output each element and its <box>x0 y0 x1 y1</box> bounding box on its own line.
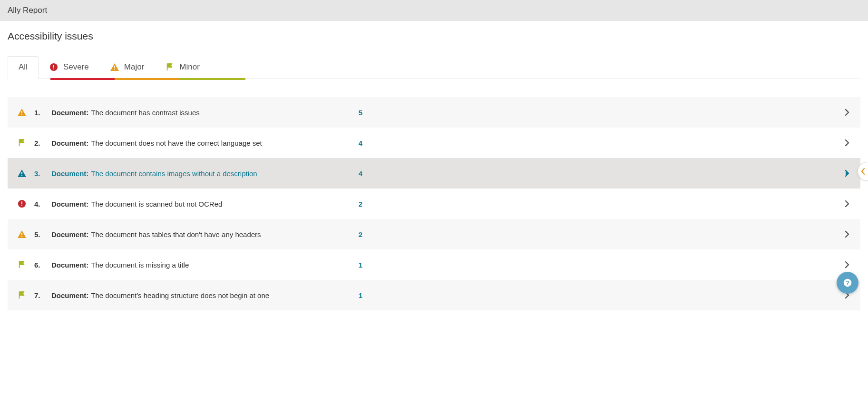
issue-text: The document is scanned but not OCRed <box>91 200 222 208</box>
issue-text: The document does not have the correct l… <box>91 139 262 147</box>
chevron-right-icon <box>842 230 852 238</box>
issue-row[interactable]: 2.Document: The document does not have t… <box>8 128 860 158</box>
issue-description: Document: The document is scanned but no… <box>51 200 337 208</box>
issue-bar <box>379 290 673 300</box>
issue-row[interactable]: 5.Document: The document has tables that… <box>8 219 860 249</box>
tab-all[interactable]: All <box>8 56 39 79</box>
issue-type-label: Document: <box>51 261 88 269</box>
svg-rect-4 <box>114 69 115 70</box>
help-button[interactable]: ? <box>837 272 858 294</box>
app-title: Ally Report <box>8 6 47 15</box>
issue-description: Document: The document has tables that d… <box>51 230 337 239</box>
tabs: All Severe Major Minor <box>8 56 860 79</box>
svg-rect-3 <box>114 66 115 68</box>
issue-count: 4 <box>343 139 362 147</box>
issue-number: 1. <box>34 109 45 117</box>
issue-row[interactable]: 6.Document: The document is missing a ti… <box>8 249 860 280</box>
svg-rect-8 <box>21 175 22 176</box>
issue-count: 4 <box>343 169 362 178</box>
issue-bar <box>379 108 673 117</box>
tab-severe[interactable]: Severe <box>39 57 99 79</box>
issue-type-label: Document: <box>51 200 88 208</box>
issue-type-label: Document: <box>51 291 88 299</box>
issue-type-label: Document: <box>51 139 88 147</box>
issue-text: The document contains images without a d… <box>91 169 257 178</box>
issue-text: The document has tables that don't have … <box>91 230 261 239</box>
issue-row[interactable]: 4.Document: The document is scanned but … <box>8 189 860 219</box>
severity-underline-minor <box>179 78 245 80</box>
chevron-right-icon <box>842 109 852 116</box>
issue-number: 7. <box>34 291 45 299</box>
issue-row[interactable]: 3.Document: The document contains images… <box>8 158 860 189</box>
issue-count: 1 <box>343 291 362 299</box>
svg-rect-2 <box>53 69 54 70</box>
issue-description: Document: The document has contrast issu… <box>51 109 337 117</box>
issue-number: 2. <box>34 139 45 147</box>
issue-bar <box>379 260 673 269</box>
issues-list: 1.Document: The document has contrast is… <box>8 97 860 310</box>
issue-number: 5. <box>34 230 45 239</box>
minor-icon <box>165 62 175 72</box>
issue-text: The document has contrast issues <box>91 109 199 117</box>
issue-type-label: Document: <box>51 109 88 117</box>
svg-rect-5 <box>21 111 22 113</box>
issue-number: 4. <box>34 200 45 208</box>
severe-icon <box>49 62 59 72</box>
tab-severe-label: Severe <box>63 62 89 72</box>
issue-description: Document: The document contains images w… <box>51 169 337 178</box>
issue-count: 2 <box>343 200 362 208</box>
issue-bar <box>379 169 673 178</box>
issue-bar <box>379 199 673 209</box>
major-icon <box>16 108 28 117</box>
tab-minor-label: Minor <box>179 62 200 72</box>
severe-icon <box>16 199 28 208</box>
svg-rect-6 <box>21 114 22 115</box>
minor-icon <box>16 139 28 147</box>
issue-number: 6. <box>34 261 45 269</box>
svg-rect-1 <box>53 65 54 68</box>
issue-bar <box>379 138 673 148</box>
svg-rect-11 <box>21 205 22 206</box>
chevron-right-icon <box>842 261 852 269</box>
severity-underline-severe <box>50 78 115 80</box>
issue-text: The document's heading structure does no… <box>91 291 269 299</box>
chevron-right-icon <box>842 139 852 147</box>
main-content: Accessibility issues All Severe Major <box>0 21 868 310</box>
issue-row[interactable]: 1.Document: The document has contrast is… <box>8 97 860 128</box>
severity-underline <box>50 78 245 80</box>
tab-major-label: Major <box>124 62 145 72</box>
major-icon <box>16 169 28 178</box>
help-icon: ? <box>842 278 853 288</box>
svg-rect-12 <box>21 233 22 235</box>
issue-count: 5 <box>343 109 362 117</box>
minor-icon <box>16 291 28 299</box>
issue-row[interactable]: 7.Document: The document's heading struc… <box>8 280 860 310</box>
issue-description: Document: The document is missing a titl… <box>51 261 337 269</box>
svg-rect-10 <box>21 201 22 204</box>
issue-number: 3. <box>34 169 45 178</box>
issue-count: 1 <box>343 261 362 269</box>
svg-rect-13 <box>21 236 22 237</box>
svg-rect-7 <box>21 172 22 174</box>
issue-description: Document: The document's heading structu… <box>51 291 337 299</box>
issue-bar <box>379 229 673 239</box>
tab-all-label: All <box>19 62 28 72</box>
tabs-container: All Severe Major Minor <box>8 56 860 79</box>
issue-type-label: Document: <box>51 230 88 239</box>
major-icon <box>110 62 119 72</box>
tab-minor[interactable]: Minor <box>155 57 210 79</box>
chevron-right-icon <box>842 200 852 208</box>
chevron-right-icon <box>842 169 852 177</box>
tab-major[interactable]: Major <box>99 57 155 79</box>
issue-type-label: Document: <box>51 169 88 178</box>
issue-count: 2 <box>343 230 362 239</box>
minor-icon <box>16 260 28 269</box>
app-header: Ally Report <box>0 0 868 21</box>
severity-underline-major <box>115 78 179 80</box>
issue-text: The document is missing a title <box>91 261 189 269</box>
svg-text:?: ? <box>846 279 849 287</box>
issue-description: Document: The document does not have the… <box>51 139 337 147</box>
major-icon <box>16 230 28 239</box>
page-title: Accessibility issues <box>8 30 860 42</box>
